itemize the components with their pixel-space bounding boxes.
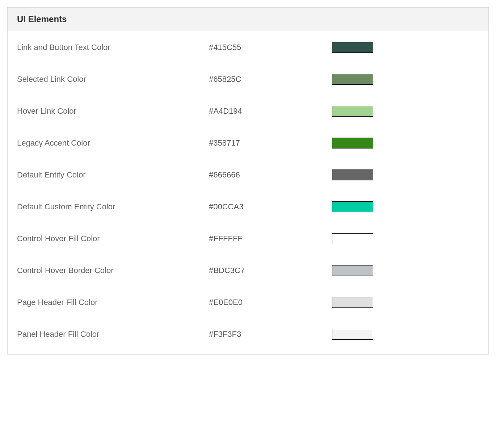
color-label: Link and Button Text Color bbox=[17, 43, 209, 52]
color-swatch[interactable] bbox=[332, 297, 373, 308]
color-label: Panel Header Fill Color bbox=[17, 330, 209, 339]
color-value: #E0E0E0 bbox=[209, 298, 332, 307]
color-swatch[interactable] bbox=[332, 42, 373, 53]
color-row: Default Custom Entity Color#00CCA3 bbox=[17, 201, 479, 212]
color-swatch[interactable] bbox=[332, 329, 373, 340]
color-label: Default Custom Entity Color bbox=[17, 202, 209, 212]
color-value: #BDC3C7 bbox=[209, 266, 332, 275]
color-swatch[interactable] bbox=[332, 138, 373, 148]
color-row: Control Hover Border Color#BDC3C7 bbox=[17, 265, 479, 276]
color-value: #666666 bbox=[209, 170, 332, 180]
color-swatch[interactable] bbox=[332, 74, 373, 85]
color-row: Hover Link Color#A4D194 bbox=[17, 106, 479, 117]
panel-header: UI Elements bbox=[8, 8, 488, 31]
color-row: Control Hover Fill Color#FFFFFF bbox=[17, 233, 479, 244]
color-value: #A4D194 bbox=[209, 106, 332, 116]
color-label: Control Hover Border Color bbox=[17, 266, 209, 275]
color-swatch[interactable] bbox=[332, 233, 373, 244]
color-value: #65825C bbox=[209, 75, 332, 84]
color-swatch[interactable] bbox=[332, 106, 373, 117]
ui-elements-panel: UI Elements Link and Button Text Color#4… bbox=[7, 7, 489, 355]
panel-title: UI Elements bbox=[17, 14, 479, 24]
color-label: Control Hover Fill Color bbox=[17, 234, 209, 243]
color-value: #00CCA3 bbox=[209, 202, 332, 212]
color-row: Panel Header Fill Color#F3F3F3 bbox=[17, 329, 479, 340]
color-row: Link and Button Text Color#415C55 bbox=[17, 42, 479, 53]
color-label: Selected Link Color bbox=[17, 75, 209, 84]
color-label: Default Entity Color bbox=[17, 170, 209, 180]
color-value: #FFFFFF bbox=[209, 234, 332, 243]
color-row: Legacy Accent Color#358717 bbox=[17, 138, 479, 148]
color-label: Hover Link Color bbox=[17, 106, 209, 116]
panel-body: Link and Button Text Color#415C55Selecte… bbox=[8, 31, 488, 354]
color-row: Selected Link Color#65825C bbox=[17, 74, 479, 85]
color-value: #F3F3F3 bbox=[209, 330, 332, 339]
color-label: Page Header Fill Color bbox=[17, 298, 209, 307]
color-value: #415C55 bbox=[209, 43, 332, 52]
color-row: Page Header Fill Color#E0E0E0 bbox=[17, 297, 479, 308]
color-swatch[interactable] bbox=[332, 201, 373, 212]
color-swatch[interactable] bbox=[332, 169, 373, 180]
color-label: Legacy Accent Color bbox=[17, 138, 209, 148]
color-swatch[interactable] bbox=[332, 265, 373, 276]
color-value: #358717 bbox=[209, 138, 332, 148]
color-row: Default Entity Color#666666 bbox=[17, 169, 479, 180]
